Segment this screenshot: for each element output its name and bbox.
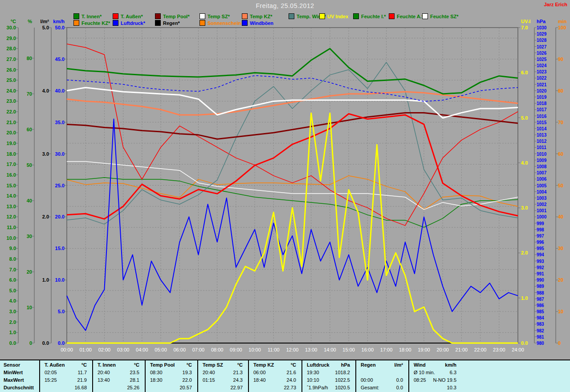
table-cell: 1018.2 bbox=[335, 369, 350, 376]
x-tick-label: 15:00 bbox=[342, 347, 355, 352]
tick-min: 20 bbox=[558, 277, 563, 283]
tick-kmh: 45.0 bbox=[55, 57, 65, 62]
tick-uv: 7.0 bbox=[521, 25, 528, 30]
axes: °C0.01.02.03.04.05.06.07.08.09.010.011.0… bbox=[7, 19, 567, 346]
tick-temp: 21.0 bbox=[7, 120, 16, 125]
tick-min: 70 bbox=[558, 120, 563, 125]
x-tick-label: 09:00 bbox=[230, 347, 242, 352]
tick-hpa: 1027 bbox=[537, 44, 547, 49]
table-cell: T. Innen bbox=[98, 361, 116, 369]
tick-temp: 11.0 bbox=[7, 225, 16, 230]
x-tick-label: 10:00 bbox=[248, 347, 261, 352]
tick-temp: 4.0 bbox=[9, 298, 16, 303]
table-col-luftdruck: LuftdruckhPa19:301018.210:101022.5ˆ1.9hP… bbox=[301, 360, 355, 392]
table-col-t-innen: T. Innen°C20:4023.513:4028.125.26 bbox=[92, 360, 145, 392]
tick-hum: 30 bbox=[27, 234, 32, 239]
tick-hpa: 1006 bbox=[537, 177, 547, 182]
table-cell: 06:00 bbox=[253, 369, 266, 376]
tick-hpa: 1000 bbox=[537, 214, 547, 219]
tick-temp: 24.0 bbox=[7, 88, 16, 93]
table-cell: 19:30 bbox=[307, 369, 319, 376]
x-tick-label: 03:00 bbox=[117, 347, 130, 352]
table-cell: 13:40 bbox=[98, 376, 110, 384]
tick-hpa: 987 bbox=[537, 297, 544, 302]
tick-min: 10 bbox=[558, 309, 563, 314]
table-col-t-außen: T. Außen°C02:0511.715:2521.916.68 bbox=[39, 360, 92, 392]
table-cell: 16.68 bbox=[74, 384, 87, 392]
tick-hpa: 1024 bbox=[537, 63, 547, 68]
tick-temp: 0.0 bbox=[9, 340, 16, 346]
tick-temp: 16.0 bbox=[7, 172, 16, 178]
tick-uv: 3.0 bbox=[521, 205, 528, 210]
tick-hpa: 991 bbox=[537, 271, 544, 276]
row-label-maxwert: MaxWert bbox=[0, 376, 39, 384]
table-cell: 24.3 bbox=[233, 376, 243, 384]
table-row-labels: SensorMinWertMaxWertDurchschnitt bbox=[0, 360, 39, 392]
weather-chart: °C0.01.02.03.04.05.06.07.08.09.010.011.0… bbox=[0, 0, 570, 360]
tick-temp: 14.0 bbox=[7, 193, 16, 198]
x-tick-label: 16:00 bbox=[362, 347, 374, 352]
table-cell: Ø 10 min. bbox=[414, 369, 435, 376]
tick-hum: 70 bbox=[27, 91, 32, 97]
table-cell: 24.0 bbox=[287, 376, 296, 384]
tick-temp: 30.0 bbox=[7, 25, 16, 30]
tick-temp: 17.0 bbox=[7, 162, 16, 167]
tick-uv: 6.0 bbox=[521, 70, 528, 75]
axis-unit-kmh: km/h bbox=[53, 19, 65, 24]
tick-kmh: 50.0 bbox=[55, 25, 65, 30]
tick-kmh: 15.0 bbox=[55, 246, 65, 251]
statistics-table: SensorMinWertMaxWertDurchschnittT. Außen… bbox=[0, 360, 570, 392]
table-col-regen: Regenl/m²00:000.0Gesamt:0.0 bbox=[355, 360, 408, 392]
table-cell: °C bbox=[237, 361, 243, 369]
table-cell: 21.3 bbox=[233, 369, 243, 376]
table-cell: 22.73 bbox=[284, 384, 296, 392]
tick-temp: 26.0 bbox=[7, 67, 16, 73]
table-cell: 20:40 bbox=[203, 369, 215, 376]
tick-hum: 80 bbox=[27, 56, 32, 61]
tick-temp: 15.0 bbox=[7, 183, 16, 188]
tick-temp: 20.0 bbox=[7, 130, 16, 135]
row-label-minwert: MinWert bbox=[0, 369, 39, 376]
tick-hum: 20 bbox=[27, 269, 32, 275]
table-cell: T. Außen bbox=[45, 361, 65, 369]
tick-hpa: 988 bbox=[537, 291, 544, 295]
table-cell: 10.3 bbox=[447, 384, 456, 392]
x-tick-label: 05:00 bbox=[155, 347, 167, 352]
table-cell: Regen bbox=[361, 361, 376, 369]
table-cell: km/h bbox=[445, 361, 456, 369]
tick-temp: 22.0 bbox=[7, 109, 16, 114]
tick-hpa: 1018 bbox=[537, 101, 547, 106]
tick-min: 50 bbox=[558, 183, 563, 188]
x-tick-label: 11:00 bbox=[268, 347, 280, 352]
tick-kmh: 0.0 bbox=[58, 340, 65, 346]
x-tick-label: 20:00 bbox=[436, 347, 449, 352]
x-tick-label: 18:00 bbox=[399, 347, 411, 352]
tick-hpa: 980 bbox=[537, 341, 544, 346]
tick-hpa: 999 bbox=[537, 221, 544, 226]
tick-hpa: 1015 bbox=[537, 120, 547, 125]
tick-min: 40 bbox=[558, 214, 563, 219]
x-tick-label: 12:00 bbox=[286, 347, 299, 352]
tick-hpa: 1005 bbox=[537, 183, 547, 188]
tick-uv: 0.0 bbox=[521, 340, 528, 346]
table-col-temp-pool: Temp Pool°C08:3019.318:3022.020.57 bbox=[145, 360, 197, 392]
tick-hpa: 1016 bbox=[537, 114, 547, 119]
tick-hpa: 1001 bbox=[537, 208, 547, 213]
tick-hpa: 1025 bbox=[537, 57, 547, 62]
table-cell: °C bbox=[187, 361, 192, 369]
tick-hpa: 1012 bbox=[537, 139, 547, 144]
table-cell: 1022.5 bbox=[335, 376, 350, 384]
tick-hpa: 1013 bbox=[537, 133, 547, 137]
tick-lm2: 1.0 bbox=[42, 277, 49, 283]
x-tick-label: 02:00 bbox=[98, 347, 111, 352]
table-cell: 6.3 bbox=[450, 369, 456, 376]
tick-hpa: 1009 bbox=[537, 158, 547, 163]
tick-temp: 5.0 bbox=[9, 288, 16, 293]
table-cell: 18:30 bbox=[150, 376, 163, 384]
tick-uv: 2.0 bbox=[521, 250, 528, 255]
tick-hpa: 997 bbox=[537, 234, 544, 238]
tick-hpa: 1007 bbox=[537, 170, 547, 175]
tick-temp: 2.0 bbox=[9, 319, 16, 325]
x-tick-label: 04:00 bbox=[136, 347, 148, 352]
table-cell: hPa bbox=[341, 361, 350, 369]
